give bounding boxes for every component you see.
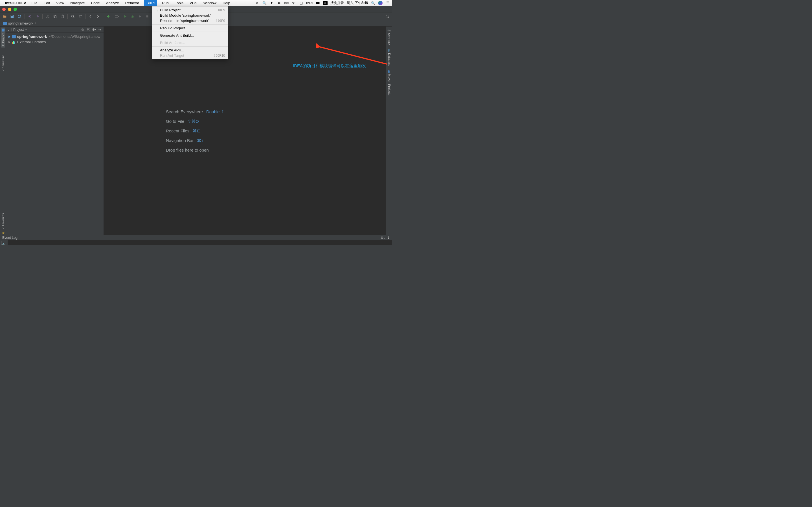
display-icon[interactable]: 🖥: [255, 1, 259, 5]
clock[interactable]: 周六 下午8:46: [347, 1, 368, 5]
menu-item[interactable]: ↓Build Project⌘F9: [152, 7, 228, 13]
tab-database[interactable]: 🗄 Database: [388, 49, 391, 66]
open-button[interactable]: [2, 13, 8, 19]
collapse-all-icon[interactable]: ⇱: [86, 27, 90, 32]
menu-navigate[interactable]: Navigate: [69, 0, 86, 6]
menu-view[interactable]: View: [55, 0, 65, 6]
minimize-window-button[interactable]: [8, 8, 11, 11]
chevron-right-icon: 〉: [35, 21, 38, 26]
eventlog-title: Event Log: [2, 236, 17, 240]
annotation-text: IDEA的项目和模块编译可以在这里触发: [293, 63, 366, 69]
tab-project[interactable]: 1: Project: [1, 28, 5, 48]
svg-point-11: [72, 15, 74, 17]
debug-button[interactable]: [129, 13, 136, 19]
paste-button[interactable]: [59, 13, 65, 19]
tool-windows-button[interactable]: [1, 241, 5, 244]
tab-ant[interactable]: 🐜 Ant Build: [387, 28, 391, 45]
hide-icon[interactable]: ⤓: [387, 236, 390, 240]
search-icon[interactable]: 🔍: [262, 1, 267, 5]
project-panel-header: Project ▾ ⊙ ⇱ ⚙▾ ⇥: [6, 26, 104, 33]
replace-button[interactable]: [77, 13, 83, 19]
hint-shortcut: Double ⇧: [206, 109, 225, 114]
tree-external-libs[interactable]: ▶ External Libraries: [6, 39, 104, 45]
menu-analyze[interactable]: Analyze: [105, 0, 120, 6]
search-everywhere-button[interactable]: [384, 13, 390, 19]
stop-button[interactable]: [144, 13, 150, 19]
keyboard-icon[interactable]: ⌨: [284, 1, 289, 5]
save-button[interactable]: [9, 13, 15, 19]
menu-item[interactable]: Analyze APK...: [152, 47, 228, 53]
menu-item[interactable]: Rebuild ...le 'springframework'⇧⌘F9: [152, 18, 228, 23]
menu-help[interactable]: Help: [222, 0, 231, 6]
menu-vcs[interactable]: VCS: [188, 0, 198, 6]
svg-rect-8: [54, 15, 56, 18]
menu-file[interactable]: File: [30, 0, 39, 6]
welcome-hints: Search EverywhereDouble ⇧ Go to File⇧⌘O …: [104, 26, 386, 235]
tab-favorites[interactable]: 2: Favorites: [1, 213, 5, 229]
menu-window[interactable]: Window: [202, 0, 217, 6]
scroll-to-icon[interactable]: ⊙: [80, 27, 85, 32]
coverage-button[interactable]: [137, 13, 143, 19]
undo-button[interactable]: [27, 13, 33, 19]
redo-button[interactable]: [34, 13, 40, 19]
editor-area: Search EverywhereDouble ⇧ Go to File⇧⌘O …: [104, 26, 386, 235]
menu-item[interactable]: Rebuild Project: [152, 25, 228, 31]
menu-tray: 🖥 🔍 ⬆ ✱ ⌨ ▢ 89% S 搜狗拼音 周六 下午8:46 🔍 ☰: [255, 1, 390, 5]
menu-code[interactable]: Code: [90, 0, 101, 6]
svg-point-13: [132, 15, 134, 17]
tree-root[interactable]: ▶ springframework ~/Documents/WS/springf…: [6, 34, 104, 39]
chevron-down-icon[interactable]: ▾: [25, 28, 27, 31]
tab-structure[interactable]: 7: Structure ⊹: [1, 51, 5, 72]
eventlog-header[interactable]: Event Log ⚙▾ ⤓: [0, 235, 392, 240]
tab-maven[interactable]: m Maven Projects: [388, 70, 391, 96]
expand-arrow-icon[interactable]: ▶: [8, 35, 11, 38]
project-view-icon: [8, 28, 12, 31]
menu-item[interactable]: Generate Ant Build...: [152, 33, 228, 38]
svg-point-5: [46, 17, 47, 18]
run-config-button[interactable]: [113, 13, 121, 19]
menu-item: Build Artifacts...: [152, 40, 228, 46]
menu-item[interactable]: Build Module 'springframework': [152, 13, 228, 18]
sogou-icon[interactable]: S: [323, 1, 327, 5]
menu-item: Run Ant Target⇧⌘F10: [152, 53, 228, 58]
expand-arrow-icon[interactable]: ▶: [8, 40, 11, 44]
menu-run[interactable]: Run: [161, 0, 170, 6]
spotlight-icon[interactable]: 🔍: [371, 1, 375, 5]
bluetooth-icon[interactable]: ✱: [277, 1, 281, 5]
gear-icon[interactable]: ⚙▾: [92, 27, 96, 32]
folder-icon: [12, 35, 16, 38]
siri-icon[interactable]: [378, 1, 383, 5]
menu-tools[interactable]: Tools: [174, 0, 185, 6]
build-menu-dropdown: ↓Build Project⌘F9Build Module 'springfra…: [152, 6, 228, 59]
zoom-window-button[interactable]: [13, 8, 17, 11]
menu-edit[interactable]: Edit: [43, 0, 51, 6]
ime-label[interactable]: 搜狗拼音: [330, 1, 344, 5]
copy-button[interactable]: [52, 13, 58, 19]
close-window-button[interactable]: [2, 8, 6, 11]
mac-menubar: IntelliJ IDEA FileEditViewNavigateCodeAn…: [0, 0, 392, 6]
forward-button[interactable]: [95, 13, 101, 19]
svg-rect-9: [61, 15, 64, 18]
svg-rect-14: [146, 15, 148, 17]
wifi-icon[interactable]: [292, 1, 296, 5]
battery-icon[interactable]: [316, 1, 320, 5]
run-button[interactable]: [122, 13, 128, 19]
find-button[interactable]: [70, 13, 76, 19]
airplay-icon[interactable]: ▢: [299, 1, 303, 5]
hide-icon[interactable]: ⇥: [97, 27, 102, 32]
project-tree[interactable]: ▶ springframework ~/Documents/WS/springf…: [6, 33, 104, 46]
cut-button[interactable]: [45, 13, 51, 19]
hint-shortcut: ⌘↑: [197, 138, 203, 143]
menu-build[interactable]: Build: [144, 0, 157, 6]
menu-refactor[interactable]: Refactor: [124, 0, 140, 6]
build-button[interactable]: [105, 13, 112, 19]
sync-button[interactable]: [16, 13, 22, 19]
app-name: IntelliJ IDEA: [5, 1, 26, 5]
svg-rect-4: [11, 15, 13, 16]
hint-label: Recent Files: [166, 128, 189, 133]
notification-icon[interactable]: ☰: [385, 1, 390, 5]
gear-icon[interactable]: ⚙▾: [381, 236, 385, 240]
svg-point-0: [294, 4, 294, 4]
back-button[interactable]: [87, 13, 94, 19]
up-arrow-icon[interactable]: ⬆: [269, 1, 274, 5]
